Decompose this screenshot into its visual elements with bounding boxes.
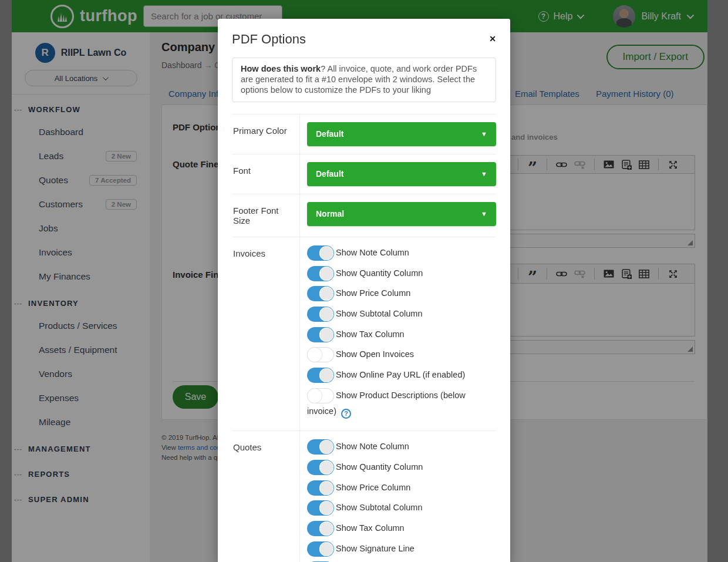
toggle-label: Show Tax Column (336, 523, 405, 533)
selected-value: Default (316, 169, 343, 179)
toggle-switch-show-price-column[interactable] (307, 480, 334, 496)
quotes-group-label: Quotes (232, 431, 300, 562)
toggle-switch-show-tax-column[interactable] (307, 521, 334, 536)
selected-value: Normal (316, 209, 344, 218)
toggle-row-show-subtotal-column: Show Subtotal Column (307, 500, 496, 516)
pdf-options-form: Primary ColorDefault▼FontDefault▼Footer … (232, 114, 496, 562)
modal-title: PDF Options (232, 32, 306, 47)
toggle-row-show-note-column: Show Note Column (307, 245, 496, 261)
toggle-label: Show Subtotal Column (336, 309, 423, 318)
caret-down-icon: ▼ (481, 170, 487, 177)
toggle-switch-show-price-column[interactable] (307, 286, 334, 301)
invoices-toggle-list: Show Note ColumnShow Quantity ColumnShow… (300, 237, 496, 430)
field-label: Footer Font Size (232, 194, 300, 237)
toggle-switch-show-subtotal-column[interactable] (307, 500, 334, 516)
toggle-switch-show-quantity-column[interactable] (307, 460, 334, 475)
toggle-row-show-quantity-column: Show Quantity Column (307, 459, 496, 475)
toggle-label: Show Note Column (336, 442, 409, 451)
font-row: FontDefault▼ (232, 154, 496, 194)
toggle-switch-show-note-column[interactable] (307, 245, 334, 261)
toggle-label: Show Note Column (336, 248, 409, 257)
toggle-row-show-note-column: Show Note Column (307, 439, 496, 455)
toggle-label: Show Open Invoices (336, 349, 414, 359)
primary-color-row: Primary ColorDefault▼ (232, 114, 496, 154)
field-label: Font (232, 154, 300, 194)
field-control: Normal▼ (300, 194, 496, 237)
quotes-toggle-list: Show Note ColumnShow Quantity ColumnShow… (300, 431, 496, 562)
field-control: Default▼ (300, 115, 496, 154)
selected-value: Default (316, 129, 343, 139)
toggle-row-show-signature-line: Show Signature Line (307, 541, 496, 557)
toggle-row-show-subtotal-column: Show Subtotal Column (307, 306, 496, 322)
toggle-label: Show Subtotal Column (336, 503, 423, 512)
invoices-row: Invoices Show Note ColumnShow Quantity C… (232, 237, 496, 430)
toggle-switch-show-open-invoices[interactable] (307, 347, 334, 362)
primary-color-dropdown[interactable]: Default▼ (307, 122, 496, 146)
toggle-label: Show Price Column (336, 483, 410, 492)
font-dropdown[interactable]: Default▼ (307, 162, 496, 186)
invoices-group-label: Invoices (232, 237, 300, 430)
close-icon[interactable]: ✕ (489, 32, 496, 43)
how-it-works-bold: How does this work (241, 64, 321, 73)
toggle-row-show-tax-column: Show Tax Column (307, 520, 496, 536)
pdf-options-modal: PDF Options ✕ How does this work? All in… (218, 19, 510, 562)
caret-down-icon: ▼ (481, 210, 487, 217)
caret-down-icon: ▼ (481, 130, 487, 137)
toggle-switch-show-note-column[interactable] (307, 439, 334, 455)
toggle-row-show-quantity-column: Show Quantity Column (307, 265, 496, 281)
toggle-switch-show-online-pay-url-if-enabled[interactable] (307, 368, 334, 383)
question-help-icon[interactable]: ? (341, 409, 351, 419)
toggle-row-show-price-column: Show Price Column (307, 480, 496, 496)
toggle-row-show-tax-column: Show Tax Column (307, 327, 496, 342)
toggle-switch-show-subtotal-column[interactable] (307, 307, 334, 322)
toggle-switch-show-quantity-column[interactable] (307, 266, 334, 281)
footer-font-size-dropdown[interactable]: Normal▼ (307, 202, 496, 226)
toggle-row-show-product-descriptions-below-invoice: Show Product Descriptions (below invoice… (307, 388, 496, 419)
modal-select-rows: Primary ColorDefault▼FontDefault▼Footer … (232, 114, 496, 237)
toggle-label: Show Signature Line (336, 544, 414, 553)
quotes-row: Quotes Show Note ColumnShow Quantity Col… (232, 430, 496, 562)
toggle-switch-show-tax-column[interactable] (307, 327, 334, 342)
toggle-row-show-open-invoices: Show Open Invoices (307, 346, 496, 362)
toggle-label: Show Price Column (336, 288, 410, 298)
how-it-works-note: How does this work? All invoice, quote, … (232, 58, 496, 102)
field-label: Primary Color (232, 115, 300, 154)
toggle-label: Show Tax Column (336, 329, 405, 339)
toggle-label: Show Online Pay URL (if enabled) (336, 370, 465, 379)
toggle-switch-show-product-descriptions-below-invoice[interactable] (307, 388, 334, 403)
field-control: Default▼ (300, 154, 496, 194)
toggle-row-show-price-column: Show Price Column (307, 285, 496, 301)
toggle-label: Show Quantity Column (336, 268, 423, 278)
toggle-row-show-online-pay-url-if-enabled: Show Online Pay URL (if enabled) (307, 367, 496, 383)
toggle-label: Show Quantity Column (336, 462, 423, 472)
toggle-switch-show-signature-line[interactable] (307, 541, 334, 557)
footer-font-size-row: Footer Font SizeNormal▼ (232, 194, 496, 237)
